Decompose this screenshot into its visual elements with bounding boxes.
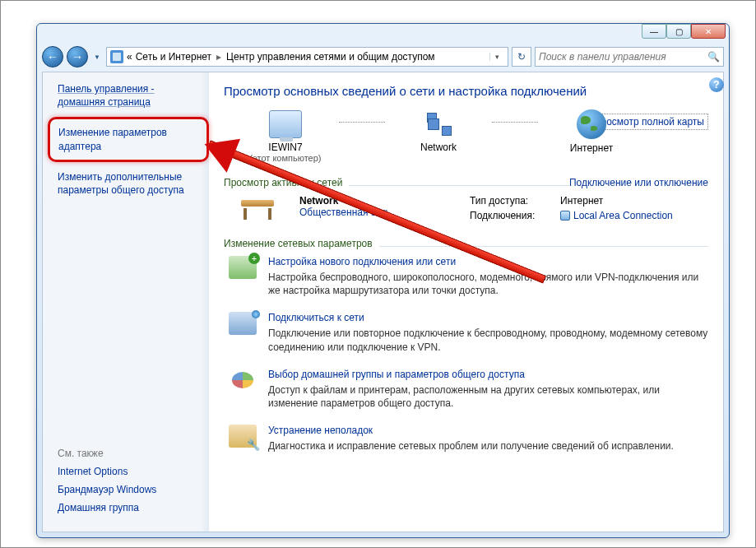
topo-this-pc: IEWIN7 (этот компьютер) (240, 110, 331, 163)
close-button[interactable]: ✕ (691, 24, 726, 39)
sidebar-item-advanced-sharing[interactable]: Изменить дополнительные параметры общего… (58, 170, 202, 197)
connect-disconnect-link[interactable]: Подключение или отключение (569, 177, 708, 188)
see-also-heading: См. также (58, 448, 156, 459)
topo-network: Network (393, 110, 484, 163)
homegroup-icon (229, 369, 257, 392)
address-dropdown[interactable]: ▾ (489, 53, 504, 61)
nav-toolbar: ← → ▼ « Сеть и Интернет ▸ Центр управлен… (42, 44, 724, 70)
content-area: ? Панель управления - домашняя страница … (42, 72, 724, 532)
network-name: Network (299, 195, 447, 207)
troubleshoot-icon (229, 425, 257, 448)
bench-icon (239, 195, 276, 220)
setting-homegroup[interactable]: Выбор домашней группы и параметров общег… (229, 369, 708, 410)
change-settings-heading: Изменение сетевых параметров (224, 238, 708, 249)
maximize-button[interactable]: ▢ (666, 24, 691, 39)
settings-list: Настройка нового подключения или сетиНас… (229, 256, 708, 453)
active-networks-heading: Просмотр активных сетей Подключение или … (224, 177, 708, 188)
breadcrumb-prefix: « (127, 51, 132, 63)
refresh-button[interactable]: ↻ (512, 47, 531, 67)
sidebar: ? Панель управления - домашняя страница … (43, 72, 209, 532)
search-icon: 🔍 (707, 51, 720, 63)
main-panel: Просмотр основных сведений о сети и наст… (209, 72, 723, 532)
active-network-row: Network Общественная сеть Тип доступа:Ин… (239, 195, 708, 225)
computer-icon (269, 110, 302, 138)
connection-link[interactable]: Local Area Connection (560, 210, 673, 221)
breadcrumb-seg2[interactable]: Центр управления сетями и общим доступом (226, 51, 435, 63)
breadcrumb-sep: ▸ (215, 51, 223, 63)
titlebar[interactable]: — ▢ ✕ (37, 24, 729, 44)
breadcrumb-seg1[interactable]: Сеть и Интернет (136, 51, 211, 63)
history-dropdown[interactable]: ▼ (91, 46, 103, 67)
search-input[interactable] (539, 51, 707, 63)
sidebar-see-also: См. также Internet Options Брандмауэр Wi… (58, 448, 156, 520)
address-bar[interactable]: « Сеть и Интернет ▸ Центр управления сет… (106, 47, 508, 67)
sidebar-item-adapter-settings[interactable]: Изменение параметров адаптера (58, 126, 198, 152)
topo-line (339, 122, 385, 123)
globe-icon (577, 109, 606, 139)
topo-line (492, 122, 538, 123)
setting-connect-network[interactable]: Подключиться к сетиПодключение или повто… (229, 312, 708, 353)
network-icon (422, 110, 455, 138)
see-also-homegroup[interactable]: Домашняя группа (58, 502, 156, 513)
see-also-firewall[interactable]: Брандмауэр Windows (58, 484, 156, 495)
network-type-link[interactable]: Общественная сеть (299, 207, 447, 218)
page-title: Просмотр основных сведений о сети и наст… (224, 84, 708, 98)
screenshot-frame: — ▢ ✕ ← → ▼ « Сеть и Интернет ▸ Центр уп… (0, 0, 756, 548)
search-box[interactable]: 🔍 (535, 47, 724, 67)
setting-troubleshoot[interactable]: Устранение неполадокДиагностика и исправ… (229, 425, 708, 453)
new-connection-icon (229, 256, 257, 279)
connect-network-icon (229, 312, 257, 335)
full-map-link[interactable]: Просмотр полной карты (590, 114, 708, 130)
sidebar-home-link[interactable]: Панель управления - домашняя страница (58, 82, 202, 109)
network-properties: Тип доступа:Интернет Подключения:Local A… (470, 195, 708, 225)
window-chrome: — ▢ ✕ ← → ▼ « Сеть и Интернет ▸ Центр уп… (36, 23, 730, 538)
annotation-highlight: Изменение параметров адаптера (48, 117, 209, 161)
plug-icon (560, 211, 570, 221)
forward-button[interactable]: → (67, 46, 88, 67)
minimize-button[interactable]: — (642, 24, 666, 39)
control-panel-icon (110, 50, 123, 63)
setting-new-connection[interactable]: Настройка нового подключения или сетиНас… (229, 256, 708, 297)
back-button[interactable]: ← (42, 46, 63, 67)
see-also-internet-options[interactable]: Internet Options (58, 466, 156, 477)
